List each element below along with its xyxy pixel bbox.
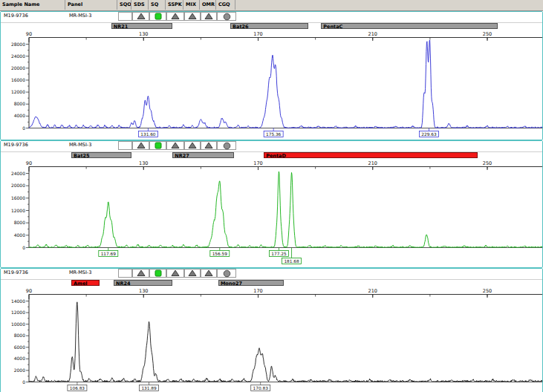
electropherogram-chart[interactable]: 9013017021025004000800012000160002000024… (1, 30, 542, 140)
y-tick-label: 12000 (11, 208, 25, 213)
sample-row[interactable]: M19-9736MR-MSI-3 (1, 12, 542, 23)
triangle-flag-icon (137, 142, 146, 149)
triangle-flag-icon (137, 13, 146, 20)
column-header-cgq[interactable]: CGQ (216, 0, 235, 10)
y-tick-label: 0 (22, 125, 25, 131)
x-tick-label: 130 (139, 160, 148, 166)
marker-bar-bat25[interactable]: Bat25 (71, 152, 131, 158)
y-tick-label: 10000 (11, 321, 25, 327)
y-tick-label: 4000 (14, 356, 25, 361)
peak-size-label: 177.25 (271, 252, 287, 256)
triangle-flag-icon (204, 13, 213, 20)
x-tick-label: 170 (253, 31, 262, 37)
peak-size-label: 229.63 (421, 132, 437, 137)
y-tick-label: 0 (22, 379, 25, 385)
y-tick-label: 12000 (11, 89, 25, 94)
green-square-flag-icon (155, 142, 162, 149)
flag-cell-omr[interactable] (201, 141, 217, 150)
flag-cell-sq[interactable] (149, 269, 166, 278)
flag-cell-cgq[interactable] (217, 12, 236, 21)
peak-size-label: 131.60 (140, 132, 156, 137)
marker-bar-nr27[interactable]: NR27 (172, 152, 234, 158)
x-tick-label: 210 (368, 31, 377, 37)
flag-cell-cgq[interactable] (217, 141, 236, 150)
triangle-flag-icon (171, 13, 180, 20)
flag-cell-sspk[interactable] (166, 12, 184, 21)
triangle-flag-icon (204, 142, 213, 149)
flag-cell-sq[interactable] (149, 141, 166, 150)
sample-name: M19-9736 (4, 13, 28, 19)
column-header-sq[interactable]: SQ (149, 0, 166, 10)
marker-bar-row: Bat25NR27PentaD (1, 152, 542, 160)
flag-cell-omr[interactable] (201, 12, 217, 21)
marker-bar-amel[interactable]: Amel (71, 280, 100, 286)
x-tick-label: 130 (139, 288, 148, 294)
peak-size-label: 117.69 (101, 252, 117, 256)
panel-name: MR-MSI-3 (69, 13, 91, 19)
marker-bar-nr21[interactable]: NR21 (111, 23, 173, 29)
peak-size-label: 106.83 (70, 386, 85, 391)
y-tick-label: 4000 (14, 113, 25, 118)
peak-size-label: 156.59 (212, 252, 228, 256)
fragment-analysis-screen: Sample NamePanelSQOSDSSQSSPKMIXOMRCGQ M1… (0, 0, 543, 392)
flag-cell-sqo[interactable] (118, 269, 132, 278)
y-tick-label: 14000 (11, 298, 25, 304)
column-header-sample-name[interactable]: Sample Name (0, 0, 65, 10)
trace-line (29, 302, 542, 382)
sample-name: M19-9736 (4, 270, 28, 275)
column-header-sds[interactable]: SDS (131, 0, 149, 10)
column-header-sqo[interactable]: SQO (117, 0, 131, 10)
sphere-flag-icon (223, 270, 231, 278)
triangle-flag-icon (188, 270, 197, 277)
flag-cell-mix[interactable] (184, 269, 201, 278)
y-tick-label: 8000 (14, 220, 25, 225)
marker-bar-pentad[interactable]: PentaD (264, 152, 478, 158)
triangle-flag-icon (171, 142, 180, 149)
y-tick-label: 0 (22, 245, 25, 250)
trace-line (29, 172, 542, 248)
column-header-row: Sample NamePanelSQOSDSSQSSPKMIXOMRCGQ (0, 0, 543, 11)
flag-cell-sspk[interactable] (166, 269, 184, 278)
column-header-mix[interactable]: MIX (183, 0, 200, 10)
flag-cell-sds[interactable] (132, 12, 149, 21)
electropherogram-chart[interactable]: 9013017021025002000400060008000100001200… (1, 287, 542, 392)
sample-row[interactable]: M19-9736MR-MSI-3 (1, 269, 542, 280)
electropherogram-chart[interactable]: 9013017021025004000800012000160002000024… (1, 160, 542, 267)
flag-cell-sds[interactable] (132, 269, 149, 278)
peak-size-label: 181.68 (284, 259, 299, 264)
flag-cell-mix[interactable] (184, 141, 201, 150)
column-header-omr[interactable]: OMR (200, 0, 216, 10)
marker-bar-nr24[interactable]: NR24 (114, 280, 172, 286)
column-header-panel[interactable]: Panel (65, 0, 117, 10)
flag-cell-sds[interactable] (132, 141, 149, 150)
peak-size-label: 131.89 (141, 386, 157, 391)
trace-line (29, 40, 542, 128)
marker-bar-row: NR21Bat26PentaC (1, 23, 542, 30)
x-tick-label: 210 (368, 288, 377, 294)
marker-bar-mono27[interactable]: Mono27 (218, 280, 284, 286)
x-tick-label: 90 (26, 160, 32, 166)
panel-name: MR-MSI-3 (69, 142, 91, 148)
flag-cell-sspk[interactable] (166, 141, 184, 150)
sample-trace-group-2: M19-9736MR-MSI-3Bat25NR27PentaD901301702… (0, 140, 543, 268)
flag-cell-sqo[interactable] (118, 12, 132, 21)
sphere-flag-icon (223, 142, 231, 150)
x-tick-label: 130 (139, 31, 148, 37)
column-header-sspk[interactable]: SSPK (166, 0, 183, 10)
flag-cell-omr[interactable] (201, 269, 217, 278)
flag-cell-cgq[interactable] (217, 269, 236, 278)
triangle-flag-icon (188, 142, 197, 149)
sphere-flag-icon (223, 13, 231, 21)
y-tick-label: 24000 (11, 171, 25, 176)
sample-name: M19-9736 (4, 142, 28, 148)
marker-bar-pentac[interactable]: PentaC (321, 23, 498, 29)
sample-row[interactable]: M19-9736MR-MSI-3 (1, 141, 542, 152)
marker-bar-bat26[interactable]: Bat26 (230, 23, 308, 29)
triangle-flag-icon (188, 13, 197, 20)
triangle-flag-icon (171, 270, 180, 277)
sample-trace-groups: M19-9736MR-MSI-3NR21Bat26PentaC901301702… (0, 11, 543, 392)
flag-cell-sqo[interactable] (118, 141, 132, 150)
sample-trace-group-1: M19-9736MR-MSI-3NR21Bat26PentaC901301702… (0, 11, 543, 140)
flag-cell-sq[interactable] (149, 12, 166, 21)
flag-cell-mix[interactable] (184, 12, 201, 21)
